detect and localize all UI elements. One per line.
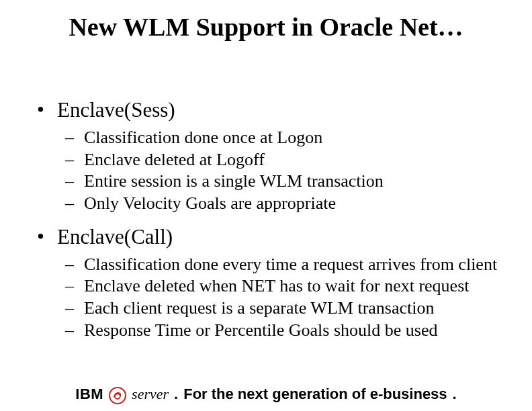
- eserver-at-icon: [109, 387, 126, 404]
- footer-dot: .: [453, 385, 457, 403]
- bullet-text: Response Time or Percentile Goals should…: [84, 320, 505, 341]
- dash-icon: –: [65, 150, 84, 171]
- bullet-dot-icon: •: [37, 225, 57, 249]
- bullet-level2: – Classification done every time a reque…: [65, 255, 505, 275]
- bullet-level2: – Classification done once at Logon: [65, 128, 505, 148]
- bullet-level1: • Enclave(Sess): [37, 98, 505, 122]
- bullet-text: Only Velocity Goals are appropriate: [84, 193, 505, 214]
- bullet-level2: – Each client request is a separate WLM …: [65, 298, 505, 319]
- bullet-heading: Enclave(Sess): [57, 98, 175, 122]
- footer-dot: .: [174, 385, 178, 403]
- ibm-logo-text: IBM: [75, 385, 103, 403]
- svg-point-0: [109, 387, 126, 404]
- bullet-level2: – Enclave deleted when NET has to wait f…: [65, 276, 505, 297]
- bullet-heading: Enclave(Call): [57, 225, 173, 249]
- bullet-dot-icon: •: [37, 98, 57, 122]
- footer: IBM server . For the next generation of …: [0, 385, 532, 403]
- subitems-group: – Classification done once at Logon – En…: [37, 128, 505, 214]
- bullet-level2: – Entire session is a single WLM transac…: [65, 171, 505, 192]
- server-label: server: [132, 385, 169, 403]
- bullet-level2: – Enclave deleted at Logoff: [65, 150, 505, 171]
- bullet-text: Enclave deleted at Logoff: [84, 150, 505, 171]
- slide-content: • Enclave(Sess) – Classification done on…: [37, 87, 505, 342]
- dash-icon: –: [65, 193, 84, 214]
- slide-title: New WLM Support in Oracle Net…: [0, 12, 532, 42]
- dash-icon: –: [65, 320, 84, 341]
- dash-icon: –: [65, 276, 84, 297]
- bullet-level2: – Only Velocity Goals are appropriate: [65, 193, 505, 214]
- bullet-text: Each client request is a separate WLM tr…: [84, 298, 505, 319]
- dash-icon: –: [65, 255, 84, 275]
- footer-tagline: For the next generation of e-business: [183, 385, 447, 403]
- bullet-text: Enclave deleted when NET has to wait for…: [84, 276, 505, 297]
- slide: New WLM Support in Oracle Net… • Enclave…: [0, 0, 532, 411]
- subitems-group: – Classification done every time a reque…: [37, 255, 505, 341]
- dash-icon: –: [65, 298, 84, 319]
- bullet-text: Entire session is a single WLM transacti…: [84, 171, 505, 192]
- bullet-text: Classification done once at Logon: [84, 128, 505, 148]
- dash-icon: –: [65, 171, 84, 192]
- bullet-text: Classification done every time a request…: [84, 255, 505, 275]
- bullet-level2: – Response Time or Percentile Goals shou…: [65, 320, 505, 341]
- dash-icon: –: [65, 128, 84, 148]
- bullet-level1: • Enclave(Call): [37, 225, 505, 249]
